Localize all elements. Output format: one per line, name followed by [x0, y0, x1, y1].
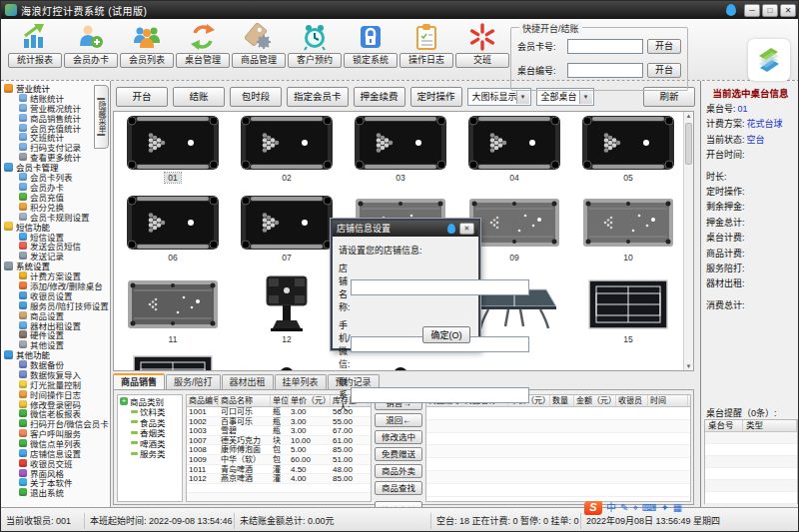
table-cell-04[interactable]: 04	[457, 114, 571, 190]
toolbar-item-5[interactable]: 商品管理	[231, 22, 287, 78]
action-button-5[interactable]: 押金续费	[354, 87, 405, 107]
scroll-thumb[interactable]	[685, 123, 692, 165]
toolbar-item-label[interactable]: 会员列表	[120, 53, 174, 68]
minimize-button[interactable]: ─	[744, 4, 760, 17]
product-row[interactable]: 1003雪碧瓶3.0067.00	[187, 426, 371, 436]
toolbar-item-label[interactable]: 操作日志	[400, 53, 453, 68]
maximize-button[interactable]: □	[762, 4, 778, 17]
action-商品查找[interactable]: 商品查找	[375, 481, 422, 495]
scroll-down-icon[interactable]: ▼	[684, 363, 693, 369]
dialog-message: 请设置您的店铺信息:	[339, 244, 472, 257]
toolbar-item-label[interactable]: 桌台管理	[176, 53, 230, 68]
product-row[interactable]: 1002百事可乐瓶3.0055.00	[187, 417, 371, 427]
dialog-title-bar: 店铺信息设置 ✕	[333, 221, 478, 237]
dialog-ok-button[interactable]: 确定(O)	[422, 326, 470, 343]
reminder-empty-row	[705, 492, 797, 504]
contact-input[interactable]	[351, 387, 529, 403]
product-row[interactable]: 1008康师傅泡面包5.0085.00	[187, 445, 371, 455]
member-card-input[interactable]	[567, 39, 643, 54]
product-row[interactable]: 1011青岛啤酒灌4.5048.00	[187, 465, 371, 475]
table-cell-05[interactable]: 05	[571, 114, 685, 190]
toolbox-icon[interactable]: ▦	[673, 501, 682, 515]
status-shift-start: 本班起始时间: 2022-09-08 13:54:46	[85, 513, 235, 529]
action-修改选中[interactable]: 修改选中	[375, 430, 422, 444]
table-cell-06[interactable]: 06	[116, 194, 230, 269]
tab-服务/陪打[interactable]: 服务/陪打	[166, 374, 221, 389]
toolbar-item-label[interactable]: 商品管理	[232, 53, 286, 68]
table-cell-02[interactable]: 02	[230, 114, 344, 190]
skin-icon[interactable]: ✦	[660, 501, 668, 515]
product-row[interactable]: 1012燕京啤酒灌4.0085.00	[187, 474, 371, 484]
mic-icon[interactable]: ⌖	[632, 501, 638, 515]
table-image-pool-dark	[344, 114, 457, 172]
sogou-s-icon[interactable]: S	[584, 501, 602, 515]
action-button-1[interactable]: 开台	[116, 87, 168, 107]
action-button-3[interactable]: 包时段	[230, 87, 282, 107]
table-cell-11[interactable]: 11	[116, 275, 230, 351]
table-cell-01[interactable]: 01	[116, 114, 230, 190]
action-退回[interactable]: 退回←	[375, 413, 422, 427]
tab-挂单列表[interactable]: 挂单列表	[275, 374, 327, 389]
dialog-close-button[interactable]: ✕	[459, 223, 474, 235]
scroll-up-icon[interactable]: ▲	[684, 113, 693, 119]
toolbar-item-label[interactable]: 客户预约	[288, 53, 342, 68]
misc-icon	[19, 340, 27, 348]
table-image-pool-dark	[230, 194, 344, 252]
quick-open-button[interactable]: 开台	[647, 39, 681, 54]
table-number-input[interactable]	[567, 63, 643, 78]
sidebar-item[interactable]: 退出系统	[4, 487, 110, 497]
table-cell-16[interactable]: 16	[116, 351, 230, 371]
sale-empty-row	[426, 458, 690, 471]
table-cell-15[interactable]: 15	[571, 275, 685, 351]
info-field: 桌台号:01	[706, 102, 798, 117]
action-button-2[interactable]: 结账	[173, 87, 225, 107]
table-cell-12[interactable]: 12	[230, 275, 344, 351]
toolbar-item-8[interactable]: 操作日志	[399, 22, 454, 78]
toolbar-item-label[interactable]: 锁定系统	[344, 53, 398, 68]
toolbar-item-7[interactable]: 锁定系统	[343, 22, 399, 78]
table-cell-10[interactable]: 10	[571, 194, 685, 269]
pen-icon[interactable]: ✎	[620, 501, 628, 515]
table-cell-07[interactable]: 07	[230, 194, 344, 269]
tab-商品销售[interactable]: 商品销售	[113, 373, 165, 389]
action-商品外卖[interactable]: 商品外卖	[375, 464, 422, 478]
action-button-4[interactable]: 指定会员卡	[287, 87, 349, 107]
product-row[interactable]: 1007德芙巧克力块10.0061.00	[187, 436, 371, 446]
hide-menu-tab[interactable]: 隐藏菜单	[94, 85, 109, 149]
toolbar-item-9[interactable]: 交班	[454, 22, 510, 78]
keyboard-icon[interactable]: ⌨	[642, 501, 656, 515]
toolbar-item-label[interactable]: 会员办卡	[64, 53, 118, 68]
product-cell: 包	[271, 445, 289, 454]
gem-icon	[447, 224, 455, 234]
product-row[interactable]: 1009中华（软）包60.0051.00	[187, 455, 371, 465]
chinese-mode-icon[interactable]: 中	[606, 501, 616, 515]
product-cell: 4.00	[289, 474, 331, 483]
info-value: 花式台球	[747, 119, 783, 129]
view-mode-value: 大图标显示	[472, 90, 517, 103]
settings-group-icon	[4, 262, 13, 270]
expand-icon[interactable]: +	[120, 397, 128, 405]
toolbar-item-4[interactable]: 桌台管理	[175, 22, 231, 78]
toolbar-item-label[interactable]: 交班	[455, 53, 509, 68]
grid-scrollbar[interactable]: ▲ ▼	[683, 112, 693, 370]
table-cell-03[interactable]: 03	[344, 114, 457, 190]
tab-器材出租[interactable]: 器材出租	[222, 374, 274, 389]
category-item[interactable]: 服务类	[118, 448, 182, 459]
quick-open-button[interactable]: 开台	[647, 63, 681, 78]
table-number: 09	[506, 253, 521, 263]
toolbar-item-6[interactable]: 客户预约	[287, 22, 343, 78]
product-cell: 3.00	[289, 407, 331, 416]
toolbar-item-3[interactable]: 会员列表	[119, 22, 175, 78]
table-cell-17[interactable]: 17	[230, 351, 344, 371]
table-action-buttons: 开台结账包时段指定会员卡押金续费定时操作	[116, 87, 462, 107]
info-label: 当前状态:	[706, 135, 745, 145]
action-button-6[interactable]: 定时操作	[410, 87, 462, 107]
toolbar-item-2[interactable]: 会员办卡	[63, 22, 119, 78]
shop-name-input[interactable]	[351, 279, 529, 295]
close-button[interactable]: ✕	[780, 4, 796, 17]
toolbar-item-1[interactable]: 统计报表	[7, 22, 63, 78]
action-免费赠送[interactable]: 免费赠送	[375, 447, 422, 461]
reminder-empty-row	[705, 468, 797, 480]
toolbar-item-label[interactable]: 统计报表	[8, 53, 62, 68]
product-table-rows: 1001可口可乐瓶3.0056.001002百事可乐瓶3.0055.001003…	[187, 407, 371, 502]
